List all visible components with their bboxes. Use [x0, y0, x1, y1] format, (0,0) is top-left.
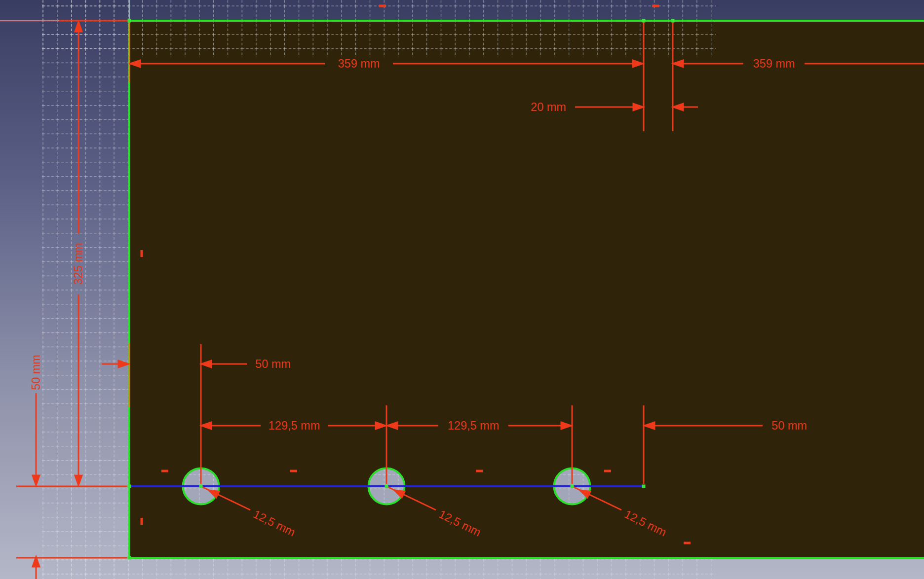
- vertex-line-start[interactable]: [128, 485, 131, 488]
- vertex-line-end[interactable]: [642, 485, 646, 488]
- vertex-corner-bottom[interactable]: [128, 556, 131, 560]
- vertex-hole3-center[interactable]: [571, 485, 574, 488]
- horizontal-constraint-icon[interactable]: [604, 470, 611, 472]
- horizontal-constraint-icon[interactable]: [684, 542, 691, 544]
- dim-width-top-left-label[interactable]: 359 mm: [338, 57, 380, 70]
- vertex-hole2-center[interactable]: [385, 485, 388, 488]
- horizontal-constraint-icon[interactable]: [379, 5, 386, 7]
- dim-notch-width-label[interactable]: 20 mm: [531, 101, 566, 113]
- grid-band-bottom: [42, 559, 716, 579]
- sketch-canvas[interactable]: 359 mm 359 mm 20 mm 325 mm 50 mm 50 mm 1…: [0, 0, 924, 579]
- dim-bottom-offset-left-label[interactable]: 50 mm: [30, 355, 42, 390]
- dim-height-left-label[interactable]: 325 mm: [72, 243, 85, 285]
- horizontal-constraint-icon[interactable]: [476, 470, 483, 472]
- dim-hole1-edge-offset-label[interactable]: 50 mm: [255, 358, 291, 370]
- sketch-viewport: 359 mm 359 mm 20 mm 325 mm 50 mm 50 mm 1…: [0, 0, 924, 579]
- dim-hole-pitch-1-label[interactable]: 129,5 mm: [269, 419, 320, 432]
- horizontal-constraint-icon[interactable]: [161, 470, 168, 472]
- vertical-constraint-icon[interactable]: [141, 518, 143, 525]
- horizontal-constraint-icon[interactable]: [290, 470, 297, 472]
- grid-band-left: [42, 0, 130, 579]
- vertex-notch-left[interactable]: [642, 19, 646, 23]
- dim-width-top-right-label[interactable]: 359 mm: [753, 57, 795, 70]
- dim-hole-pitch-2-label[interactable]: 129,5 mm: [448, 419, 500, 432]
- vertical-constraint-icon[interactable]: [141, 250, 143, 257]
- grid-band-top: [42, 0, 716, 57]
- vertex-notch-right[interactable]: [671, 19, 675, 23]
- horizontal-constraint-icon[interactable]: [652, 5, 659, 7]
- vertex-hole1-center[interactable]: [199, 485, 203, 488]
- sheet-face[interactable]: [129, 21, 924, 558]
- vertex-origin[interactable]: [128, 19, 131, 23]
- dim-line-end-offset-right-label[interactable]: 50 mm: [771, 419, 807, 432]
